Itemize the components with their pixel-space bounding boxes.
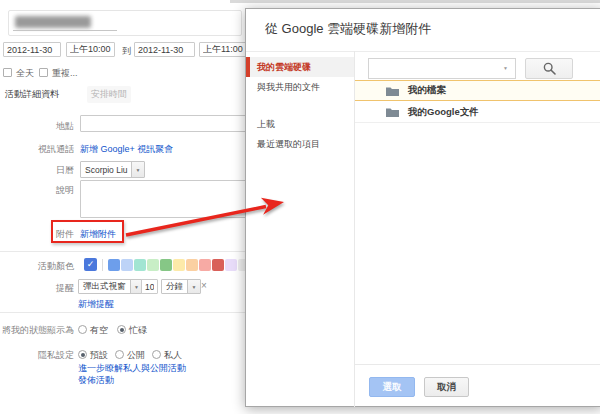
divider	[0, 312, 246, 313]
nav-recently-selected[interactable]: 最近選取的項目	[246, 134, 354, 154]
calendar-label: 日曆	[56, 164, 74, 177]
tab-schedule[interactable]: 安排時間	[87, 86, 131, 103]
color-palette	[108, 259, 250, 271]
reminder-method-select[interactable]: 彈出式視窗 ▼	[78, 279, 144, 294]
description-label: 說明	[56, 184, 74, 197]
select-button[interactable]: 選取	[369, 377, 415, 397]
color-swatch[interactable]	[173, 259, 185, 271]
privacy-public-radio[interactable]	[115, 350, 124, 359]
cancel-button[interactable]: 取消	[424, 377, 469, 397]
divider	[0, 251, 246, 252]
event-title-redacted-text	[15, 16, 91, 28]
event-title-underline	[13, 30, 117, 31]
repeat-label: 重複...	[52, 67, 78, 80]
show-me-as-label: 將我的狀態顯示為	[2, 324, 74, 337]
folder-icon	[386, 86, 399, 96]
publish-event-link[interactable]: 發佈活動	[78, 374, 114, 387]
nav-my-drive[interactable]: 我的雲端硬碟	[246, 57, 354, 77]
status-free-label: 有空	[90, 324, 108, 337]
privacy-private-radio[interactable]	[152, 350, 161, 359]
folder-icon	[386, 107, 399, 117]
reminder-unit-value: 分鐘	[162, 280, 187, 293]
color-swatch[interactable]	[121, 259, 133, 271]
color-swatch[interactable]	[212, 259, 224, 271]
location-input[interactable]	[80, 115, 246, 132]
page-top-strip	[230, 0, 600, 3]
color-swatch-selected[interactable]: ✓	[84, 258, 97, 271]
description-textarea[interactable]	[80, 180, 246, 218]
chevron-down-icon: ▼	[187, 280, 200, 293]
drive-search-input[interactable]	[368, 58, 516, 79]
dialog-footer-divider	[355, 364, 600, 365]
color-swatch[interactable]	[186, 259, 198, 271]
event-color-label: 活動顏色	[38, 260, 74, 273]
reminder-unit-select[interactable]: 分鐘 ▼	[161, 279, 201, 294]
chevron-down-icon: ▼	[131, 162, 144, 177]
video-call-label: 視訊通話	[38, 143, 74, 156]
end-date-input[interactable]	[134, 42, 195, 57]
color-swatch[interactable]	[108, 259, 120, 271]
status-busy-radio[interactable]	[117, 325, 126, 334]
privacy-private-label: 私人	[164, 349, 182, 362]
file-row-label: 我的Google文件	[408, 106, 479, 119]
search-dropdown-arrow-icon[interactable]: ▼	[503, 65, 508, 71]
reminder-minutes-input[interactable]	[141, 279, 158, 294]
drive-attachment-dialog: 從 Google 雲端硬碟新增附件 我的雲端硬碟 與我共用的文件 上載 最近選取…	[245, 8, 600, 407]
tab-event-details[interactable]: 活動詳細資料	[5, 88, 59, 101]
color-divider	[102, 259, 103, 271]
calendar-select[interactable]: Scorpio Liu ▼	[80, 161, 145, 178]
privacy-default-label: 預設	[90, 349, 108, 362]
attachment-label: 附件	[56, 228, 74, 241]
nav-shared-with-me[interactable]: 與我共用的文件	[246, 77, 354, 97]
color-swatch[interactable]	[225, 259, 237, 271]
repeat-checkbox[interactable]	[39, 68, 48, 77]
add-video-call-link[interactable]: 新增 Google+ 視訊聚會	[80, 143, 173, 156]
start-date-input[interactable]	[3, 42, 61, 57]
end-time-input[interactable]	[199, 42, 251, 57]
color-swatch[interactable]	[147, 259, 159, 271]
dialog-title: 從 Google 雲端硬碟新增附件	[265, 20, 431, 38]
status-free-radio[interactable]	[78, 325, 87, 334]
reminder-method-value: 彈出式視窗	[79, 280, 130, 293]
color-swatch[interactable]	[134, 259, 146, 271]
privacy-public-label: 公開	[127, 349, 145, 362]
file-row-my-files[interactable]: 我的檔案	[355, 80, 600, 101]
date-to-label: 到	[122, 45, 131, 58]
remove-reminder-icon[interactable]: ×	[201, 280, 207, 291]
all-day-checkbox[interactable]	[3, 68, 12, 77]
color-swatch[interactable]	[160, 259, 172, 271]
search-icon	[543, 62, 556, 75]
calendar-select-value: Scorpio Liu	[81, 162, 131, 177]
file-row-label: 我的檔案	[408, 84, 446, 97]
privacy-default-radio[interactable]	[78, 350, 87, 359]
add-attachment-link[interactable]: 新增附件	[80, 228, 116, 241]
nav-upload[interactable]: 上載	[246, 114, 354, 134]
search-button[interactable]	[525, 58, 573, 79]
add-reminder-link[interactable]: 新增提醒	[78, 298, 114, 311]
privacy-label: 隱私設定	[38, 349, 74, 362]
reminder-label: 提醒	[56, 282, 74, 295]
file-row-my-google-docs[interactable]: 我的Google文件	[355, 102, 600, 123]
status-busy-label: 忙碌	[129, 324, 147, 337]
dialog-title-divider	[246, 51, 600, 52]
color-swatch[interactable]	[199, 259, 211, 271]
location-label: 地點	[56, 120, 74, 133]
start-time-input[interactable]	[66, 42, 115, 57]
all-day-label: 全天	[16, 67, 34, 80]
